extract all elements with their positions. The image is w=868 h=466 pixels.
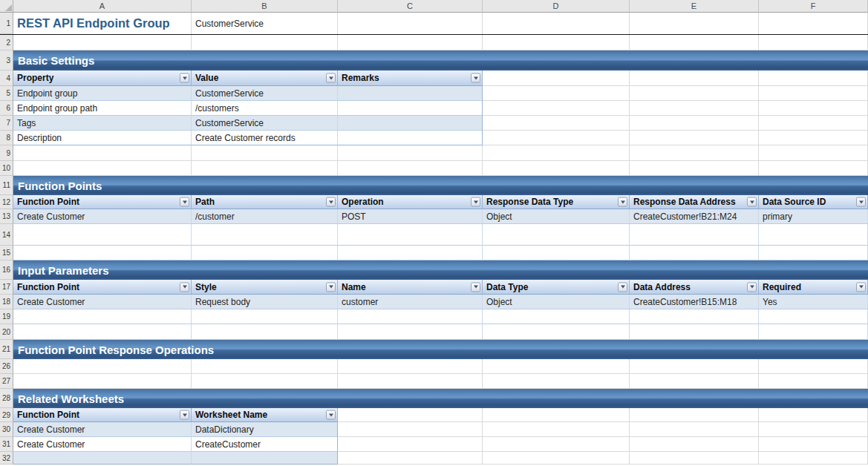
cell[interactable]: [483, 131, 630, 145]
column-header-d[interactable]: D: [483, 0, 630, 13]
cell[interactable]: [338, 224, 483, 246]
cell[interactable]: [13, 309, 192, 324]
cell[interactable]: [483, 161, 630, 176]
column-header-a[interactable]: A: [13, 0, 192, 13]
filter-button[interactable]: [180, 282, 189, 292]
row-number[interactable]: 3: [0, 50, 13, 70]
cell-function-point[interactable]: Create Customer: [13, 209, 192, 224]
cell[interactable]: [483, 224, 630, 246]
column-header-e[interactable]: E: [630, 0, 759, 13]
cell-remarks[interactable]: [338, 116, 483, 131]
cell-value[interactable]: Create Customer records: [192, 131, 338, 145]
header-data-source-id[interactable]: Data Source ID: [759, 195, 868, 209]
filter-button[interactable]: [326, 73, 336, 83]
cell-property[interactable]: Endpoint group path: [13, 101, 192, 116]
filter-button[interactable]: [326, 197, 336, 207]
cell-remarks[interactable]: [338, 131, 483, 145]
cell[interactable]: [338, 161, 483, 176]
cell-name[interactable]: customer: [338, 295, 483, 309]
cell[interactable]: [759, 86, 868, 101]
cell-function-point[interactable]: Create Customer: [13, 295, 192, 309]
cell-operation[interactable]: POST: [338, 209, 483, 224]
row-number[interactable]: 11: [0, 176, 13, 195]
cell[interactable]: [483, 13, 630, 34]
row-number[interactable]: 29: [0, 408, 13, 422]
cell[interactable]: [483, 101, 630, 116]
cell-remarks[interactable]: [338, 101, 483, 116]
cell-property[interactable]: Endpoint group: [13, 86, 192, 101]
cell-property[interactable]: Description: [13, 131, 192, 145]
header-style[interactable]: Style: [192, 280, 338, 295]
cell[interactable]: [338, 246, 483, 260]
cell[interactable]: [630, 131, 759, 145]
cell[interactable]: [192, 161, 338, 176]
header-property[interactable]: Property: [13, 70, 192, 86]
cell-style[interactable]: Request body: [192, 295, 338, 309]
filter-button[interactable]: [856, 197, 866, 207]
section-basic-settings[interactable]: Basic Settings: [13, 50, 868, 70]
column-header-b[interactable]: B: [192, 0, 338, 13]
filter-button[interactable]: [180, 197, 189, 207]
cell[interactable]: [13, 161, 192, 176]
column-header-c[interactable]: C: [338, 0, 483, 13]
cell[interactable]: [483, 86, 630, 101]
cell[interactable]: [13, 374, 192, 389]
cell[interactable]: [192, 324, 338, 340]
cell-required[interactable]: Yes: [759, 295, 868, 309]
header-operation[interactable]: Operation: [338, 195, 483, 209]
cell[interactable]: [759, 374, 868, 389]
cell[interactable]: [13, 35, 192, 50]
row-number[interactable]: 5: [0, 86, 13, 101]
header-response-data-type[interactable]: Response Data Type: [483, 195, 630, 209]
row-number[interactable]: 10: [0, 161, 13, 176]
filter-button[interactable]: [180, 73, 189, 83]
cell[interactable]: [630, 70, 759, 86]
cell-data-type[interactable]: Object: [483, 295, 630, 309]
cell[interactable]: [13, 452, 192, 465]
row-number[interactable]: 26: [0, 359, 13, 374]
section-related-worksheets[interactable]: Related Worksheets: [13, 389, 868, 408]
cell[interactable]: [338, 422, 483, 437]
header-name[interactable]: Name: [338, 280, 483, 295]
sheet-title-cell[interactable]: REST API Endpoint Group: [13, 13, 192, 34]
cell-worksheet-name[interactable]: CreateCustomer: [192, 437, 338, 452]
cell-worksheet-name[interactable]: DataDictionary: [192, 422, 338, 437]
row-number[interactable]: 6: [0, 101, 13, 116]
cell-data-source-id[interactable]: primary: [759, 209, 868, 224]
cell[interactable]: [483, 359, 630, 374]
row-number[interactable]: 16: [0, 260, 13, 280]
cell[interactable]: [630, 452, 759, 465]
header-required[interactable]: Required: [759, 280, 868, 295]
row-number[interactable]: 15: [0, 246, 13, 260]
cell[interactable]: [338, 309, 483, 324]
cell[interactable]: [630, 422, 759, 437]
row-number[interactable]: 28: [0, 389, 13, 408]
cell[interactable]: [630, 324, 759, 340]
header-value[interactable]: Value: [192, 70, 338, 86]
cell[interactable]: [483, 422, 630, 437]
header-function-point[interactable]: Function Point: [13, 408, 192, 422]
cell[interactable]: [759, 324, 868, 340]
sheet-title-value-cell[interactable]: CustomerService: [192, 13, 338, 34]
row-number[interactable]: 30: [0, 422, 13, 437]
cell[interactable]: [13, 145, 192, 161]
cell[interactable]: [630, 101, 759, 116]
row-number[interactable]: 1: [0, 13, 13, 34]
cell-value[interactable]: /customers: [192, 101, 338, 116]
filter-button[interactable]: [618, 197, 627, 207]
section-function-points[interactable]: Function Points: [13, 176, 868, 195]
cell[interactable]: [192, 309, 338, 324]
filter-button[interactable]: [618, 282, 627, 292]
cell[interactable]: [759, 145, 868, 161]
cell[interactable]: [630, 161, 759, 176]
cell[interactable]: [630, 359, 759, 374]
cell[interactable]: [630, 35, 759, 50]
cell[interactable]: [630, 145, 759, 161]
row-number[interactable]: 21: [0, 340, 13, 359]
cell[interactable]: [338, 359, 483, 374]
cell-path[interactable]: /customer: [192, 209, 338, 224]
cell[interactable]: [759, 246, 868, 260]
header-function-point[interactable]: Function Point: [13, 195, 192, 209]
filter-button[interactable]: [471, 282, 480, 292]
filter-button[interactable]: [326, 282, 336, 292]
